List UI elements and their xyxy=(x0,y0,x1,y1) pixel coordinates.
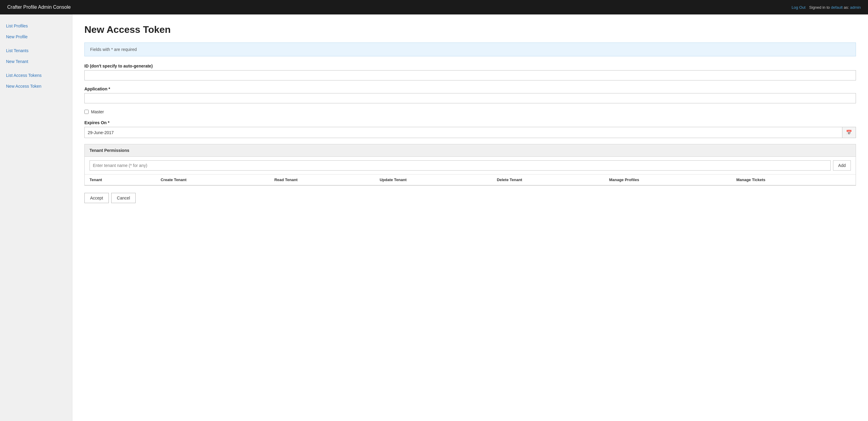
expires-on-group: Expires On * 29-June-2017 📅 xyxy=(84,120,856,138)
permissions-table-head: Tenant Create Tenant Read Tenant Update … xyxy=(85,174,856,185)
app-layout: List Profiles New Profile List Tenants N… xyxy=(0,14,868,421)
expires-on-label: Expires On * xyxy=(84,120,856,125)
sidebar-item-list-access-tokens[interactable]: List Access Tokens xyxy=(0,70,72,81)
tenant-name-input[interactable] xyxy=(90,160,831,170)
tenant-permissions-title: Tenant Permissions xyxy=(90,148,129,153)
sidebar-item-list-profiles[interactable]: List Profiles xyxy=(0,21,72,31)
col-update-tenant: Update Tenant xyxy=(375,174,492,185)
col-delete-tenant: Delete Tenant xyxy=(492,174,604,185)
sidebar-item-new-access-token[interactable]: New Access Token xyxy=(0,81,72,92)
cancel-button[interactable]: Cancel xyxy=(111,193,136,203)
accept-button[interactable]: Accept xyxy=(84,193,109,203)
page-title: New Access Token xyxy=(84,24,856,35)
sidebar-tokens-section: List Access Tokens New Access Token xyxy=(0,70,72,92)
col-create-tenant: Create Tenant xyxy=(156,174,270,185)
app-header: Crafter Profile Admin Console Log Out Si… xyxy=(0,0,868,14)
form-actions: Accept Cancel xyxy=(84,193,856,203)
col-manage-profiles: Manage Profiles xyxy=(604,174,732,185)
tenant-permissions-header: Tenant Permissions xyxy=(85,144,856,157)
user-link[interactable]: admin xyxy=(850,5,861,10)
sidebar-tenants-section: List Tenants New Tenant xyxy=(0,45,72,67)
date-input-wrapper: 29-June-2017 📅 xyxy=(84,127,856,138)
signed-in-text: Signed in to default as: admin xyxy=(809,5,861,10)
info-box: Fields with * are required xyxy=(84,42,856,56)
master-checkbox[interactable] xyxy=(84,110,89,114)
permissions-table: Tenant Create Tenant Read Tenant Update … xyxy=(85,174,856,185)
application-label: Application * xyxy=(84,87,856,91)
sidebar-item-new-profile[interactable]: New Profile xyxy=(0,31,72,42)
sidebar-profiles-section: List Profiles New Profile xyxy=(0,21,72,42)
sidebar-item-list-tenants[interactable]: List Tenants xyxy=(0,45,72,56)
expires-on-input[interactable]: 29-June-2017 xyxy=(85,127,842,138)
table-header-row: Tenant Create Tenant Read Tenant Update … xyxy=(85,174,856,185)
tenant-link[interactable]: default xyxy=(831,5,843,10)
application-input[interactable] xyxy=(84,93,856,103)
calendar-icon: 📅 xyxy=(846,130,852,135)
info-message: Fields with * are required xyxy=(90,47,137,52)
id-group: ID (don't specify to auto-generate) xyxy=(84,64,856,80)
col-tenant: Tenant xyxy=(85,174,156,185)
sidebar-item-new-tenant[interactable]: New Tenant xyxy=(0,56,72,67)
master-label[interactable]: Master xyxy=(91,109,104,114)
master-group: Master xyxy=(84,109,856,114)
application-group: Application * xyxy=(84,87,856,103)
tenant-permissions-section: Tenant Permissions Add Tenant Create Ten… xyxy=(84,144,856,186)
app-title: Crafter Profile Admin Console xyxy=(7,4,71,10)
add-tenant-button[interactable]: Add xyxy=(833,160,851,170)
id-input[interactable] xyxy=(84,70,856,80)
calendar-button[interactable]: 📅 xyxy=(842,127,856,138)
sidebar: List Profiles New Profile List Tenants N… xyxy=(0,14,72,421)
id-label: ID (don't specify to auto-generate) xyxy=(84,64,856,68)
main-content: New Access Token Fields with * are requi… xyxy=(72,14,868,421)
tenant-add-row: Add xyxy=(85,157,856,174)
col-manage-tickets: Manage Tickets xyxy=(732,174,856,185)
header-right: Log Out Signed in to default as: admin xyxy=(792,5,861,10)
logout-button[interactable]: Log Out xyxy=(792,5,805,10)
col-read-tenant: Read Tenant xyxy=(270,174,375,185)
